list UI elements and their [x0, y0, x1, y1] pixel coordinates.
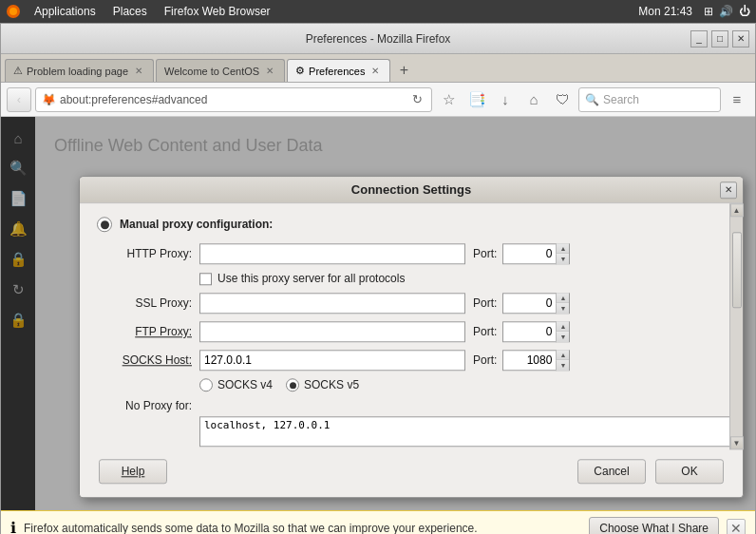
socks-v4-item: SOCKS v4	[199, 378, 273, 391]
ftp-proxy-input[interactable]	[199, 321, 465, 342]
help-btn-text: Help	[122, 465, 145, 478]
browser-titlebar: Preferences - Mozilla Firefox _ □ ✕	[1, 24, 755, 54]
browser-title: Preferences - Mozilla Firefox	[306, 32, 451, 46]
back-button[interactable]: ‹	[7, 87, 31, 112]
http-port-label: Port:	[473, 247, 497, 260]
shield-button[interactable]: 🛡	[550, 87, 575, 112]
dialog-close-button[interactable]: ✕	[720, 181, 737, 199]
close-button[interactable]: ✕	[732, 30, 749, 48]
ftp-port-container: ▲ ▼	[502, 321, 570, 342]
http-port-up[interactable]: ▲	[556, 243, 569, 254]
tab-close-button[interactable]: ✕	[369, 65, 382, 78]
ftp-port-spinners: ▲ ▼	[556, 321, 569, 342]
help-button[interactable]: Help	[99, 459, 167, 484]
socks-port-spinners: ▲ ▼	[556, 350, 569, 371]
minimize-button[interactable]: _	[690, 30, 708, 48]
ssl-port-input[interactable]	[503, 294, 556, 313]
socks-port-container: ▲ ▼	[502, 350, 570, 371]
location-bar[interactable]: 🦊 about:preferences#advanced ↻	[35, 87, 432, 112]
location-text: about:preferences#advanced	[60, 93, 405, 106]
no-proxy-textarea[interactable]	[199, 416, 736, 447]
choose-what-share-button[interactable]: Choose What I Share	[589, 517, 719, 535]
no-proxy-header-row: No Proxy for:	[97, 399, 736, 412]
socks-port-down[interactable]: ▼	[556, 360, 569, 371]
socks-v5-radio[interactable]	[286, 378, 299, 391]
browser-window: Preferences - Mozilla Firefox _ □ ✕ ⚠ Pr…	[0, 23, 756, 534]
connection-settings-dialog: Connection Settings ✕ Manual proxy confi…	[79, 176, 744, 498]
maximize-button[interactable]: □	[711, 30, 728, 48]
tab-close-button[interactable]: ✕	[132, 65, 145, 78]
reload-button[interactable]: ↻	[408, 91, 425, 108]
manual-proxy-radio[interactable]	[97, 217, 112, 232]
socks-host-row: SOCKS Host: Port: ▲ ▼	[97, 350, 736, 371]
socks-v5-label: SOCKS v5	[304, 378, 359, 391]
download-button[interactable]: ↓	[493, 87, 518, 112]
tab-close-button[interactable]: ✕	[263, 65, 276, 78]
socks-v4-label: SOCKS v4	[217, 378, 273, 391]
gear-icon: ⚙	[295, 65, 305, 77]
system-menubar: Applications Places Firefox Web Browser …	[0, 0, 756, 23]
scrollbar-up-arrow[interactable]: ▲	[730, 203, 744, 217]
socks-label-text: SOCKS Host:	[123, 353, 192, 367]
bookmark-list-button[interactable]: 📑	[464, 87, 489, 112]
socks-v5-item: SOCKS v5	[286, 378, 359, 391]
menu-applications[interactable]: Applications	[27, 3, 104, 20]
dialog-titlebar: Connection Settings ✕	[80, 177, 743, 203]
search-icon: 🔍	[585, 93, 599, 106]
search-bar[interactable]: 🔍 Search	[578, 87, 721, 112]
system-clock: Mon 21:43	[638, 5, 692, 18]
tab-label: Welcome to CentOS	[164, 66, 259, 77]
ssl-proxy-row: SSL Proxy: Port: ▲ ▼	[97, 293, 736, 314]
ftp-port-down[interactable]: ▼	[556, 332, 569, 342]
http-proxy-label: HTTP Proxy:	[97, 247, 192, 260]
socks-port-up[interactable]: ▲	[556, 350, 569, 360]
ssl-proxy-label: SSL Proxy:	[97, 296, 192, 310]
new-tab-button[interactable]: +	[392, 59, 415, 82]
ssl-proxy-input[interactable]	[199, 293, 465, 314]
http-port-container: ▲ ▼	[502, 243, 570, 264]
tab-preferences[interactable]: ⚙ Preferences ✕	[287, 59, 390, 82]
http-port-down[interactable]: ▼	[556, 254, 569, 264]
tab-label: Preferences	[309, 66, 365, 77]
home-button[interactable]: ⌂	[521, 87, 546, 112]
socks-v4-radio[interactable]	[199, 378, 213, 391]
menu-button[interactable]: ≡	[725, 87, 749, 112]
ssl-port-up[interactable]: ▲	[556, 293, 569, 303]
socks-v5-selected-dot	[290, 382, 296, 389]
use-for-all-checkbox[interactable]	[199, 273, 212, 285]
socks-port-input[interactable]	[503, 351, 556, 370]
info-icon: ℹ	[10, 519, 16, 534]
notification-text: Firefox automatically sends some data to…	[24, 522, 581, 535]
http-proxy-input[interactable]	[199, 243, 465, 264]
socks-host-input[interactable]	[199, 350, 465, 371]
no-proxy-label: No Proxy for:	[97, 399, 192, 412]
ftp-port-label: Port:	[473, 325, 497, 338]
tab-problem-loading[interactable]: ⚠ Problem loading page ✕	[5, 59, 154, 82]
tab-label: Problem loading page	[27, 66, 128, 77]
manual-proxy-label: Manual proxy configuration:	[120, 218, 273, 231]
ssl-port-container: ▲ ▼	[502, 293, 570, 314]
system-tray: ⊞ 🔊 ⏻	[704, 5, 750, 18]
scrollbar-thumb[interactable]	[732, 232, 742, 308]
network-icon: ⊞	[704, 5, 713, 18]
power-icon: ⏻	[739, 5, 750, 18]
svg-point-1	[9, 8, 17, 15]
ftp-port-input[interactable]	[503, 322, 556, 341]
ftp-port-up[interactable]: ▲	[556, 321, 569, 332]
menu-firefox[interactable]: Firefox Web Browser	[157, 3, 278, 20]
http-port-input[interactable]	[503, 244, 556, 263]
ok-button[interactable]: OK	[655, 459, 724, 484]
notification-bar: ℹ Firefox automatically sends some data …	[1, 510, 755, 534]
tab-welcome-centos[interactable]: Welcome to CentOS ✕	[156, 59, 285, 82]
cancel-button[interactable]: Cancel	[577, 459, 646, 484]
notification-close-button[interactable]: ✕	[727, 519, 746, 535]
ssl-port-down[interactable]: ▼	[556, 303, 569, 314]
bookmark-star-button[interactable]: ☆	[436, 87, 461, 112]
ftp-proxy-row: FTP Proxy: Port: ▲ ▼	[97, 321, 736, 342]
window-controls: _ □ ✕	[690, 30, 749, 48]
scrollbar-down-arrow[interactable]: ▼	[730, 436, 744, 449]
socks-port-label: Port:	[473, 353, 497, 367]
browser-content: ⌂ 🔍 📄 🔔 🔒 ↻ 🔒 Offline Web Content and Us…	[1, 117, 755, 534]
dialog-title: Connection Settings	[351, 182, 471, 197]
menu-places[interactable]: Places	[105, 3, 155, 20]
